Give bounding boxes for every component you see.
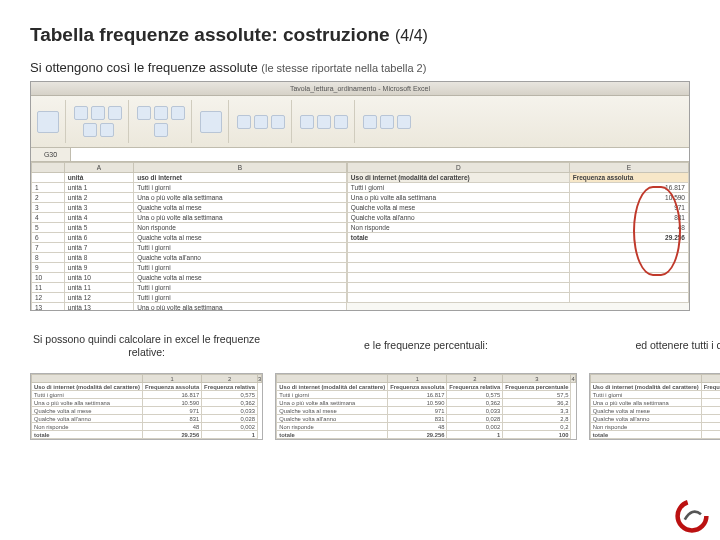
excel-screenshot: Tavola_lettura_ordinamento - Microsoft E… <box>30 81 690 311</box>
subtitle: Si ottengono così le frequenze assolute … <box>30 60 690 75</box>
svg-point-0 <box>678 502 707 531</box>
cell-ref: G30 <box>31 148 71 161</box>
fill-icon <box>83 123 97 137</box>
sum-icon <box>363 115 377 129</box>
format-icon <box>334 115 348 129</box>
data-table-left: AB unitàuso di internet1unità 1Tutti i g… <box>31 162 347 311</box>
font-color-icon <box>100 123 114 137</box>
align-right-icon <box>171 106 185 120</box>
subtitle-main: Si ottengono così le frequenze assolute <box>30 60 258 75</box>
sort-icon <box>380 115 394 129</box>
underline-icon <box>108 106 122 120</box>
excel-titlebar: Tavola_lettura_ordinamento - Microsoft E… <box>31 82 689 96</box>
caption-2: e le frequenze percentuali: <box>364 325 488 367</box>
title-text: Tabella frequenze assolute: costruzione <box>30 24 390 45</box>
delete-icon <box>317 115 331 129</box>
slide-title: Tabella frequenze assolute: costruzione … <box>30 24 690 46</box>
insert-icon <box>300 115 314 129</box>
bold-icon <box>74 106 88 120</box>
paste-icon <box>37 111 59 133</box>
cell-style-icon <box>271 115 285 129</box>
brand-logo <box>674 498 710 534</box>
italic-icon <box>91 106 105 120</box>
mini-excel-1: 123Uso di internet (modalità del caratte… <box>30 373 263 440</box>
caption-1: Si possono quindi calcolare in excel le … <box>30 325 263 367</box>
pivot-table: DE Uso di internet (modalità del caratte… <box>347 162 689 303</box>
merge-icon <box>154 123 168 137</box>
mini-excel-2: 1234Uso di internet (modalità del caratt… <box>275 373 576 440</box>
formula-bar: G30 <box>31 148 689 162</box>
find-icon <box>397 115 411 129</box>
caption-3: ed ottenere tutti i calcoli della tabell… <box>635 325 720 367</box>
excel-ribbon <box>31 96 689 148</box>
subtitle-note: (le stesse riportate nella tabella 2) <box>261 62 426 74</box>
mini-excel-3: 1234Uso di internet (modalità del caratt… <box>589 373 720 440</box>
title-pager: (4/4) <box>395 27 428 44</box>
table-style-icon <box>254 115 268 129</box>
align-left-icon <box>137 106 151 120</box>
number-format-icon <box>200 111 222 133</box>
align-center-icon <box>154 106 168 120</box>
cond-format-icon <box>237 115 251 129</box>
